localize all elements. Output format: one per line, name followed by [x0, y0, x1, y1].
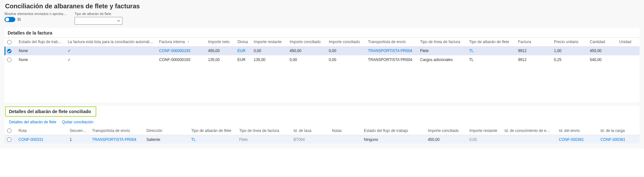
toggle-show-sent-value: Sí: [17, 17, 21, 22]
cell-net-amount: 135,00: [208, 58, 220, 62]
mcol-remaining[interactable]: Importe restante: [467, 126, 502, 135]
cell-link[interactable]: CONF-000331: [18, 137, 43, 142]
cell-net-amount: 450,00: [208, 49, 220, 53]
col-line-type[interactable]: Tipo de línea de factura: [418, 38, 467, 46]
invoice-details-title: Detalles de la factura: [4, 28, 640, 38]
col-quantity[interactable]: Cantidad: [587, 38, 617, 46]
cell-text: 0,00: [469, 137, 477, 142]
invoice-details-grid: Estado del flujo de trabajo La factura e…: [4, 38, 640, 64]
cell-sequence: 1: [70, 137, 72, 142]
mcol-bol-id[interactable]: Id. de conocimiento de e…: [502, 126, 557, 135]
select-all-matched[interactable]: [7, 128, 11, 133]
cell-quantity: 540,00: [590, 58, 602, 62]
chevron-down-icon: [117, 19, 120, 22]
action-remove-reconciliation[interactable]: Quitar conciliación: [62, 120, 93, 124]
cell-reconciled: 450,00: [428, 137, 440, 142]
cell-workflow-state: None: [19, 58, 28, 62]
cell-reconciled2: 0,00: [329, 58, 336, 62]
col-unit[interactable]: Unidad: [617, 38, 640, 46]
col-fb-type[interactable]: Tipo de albarán de flete: [466, 38, 516, 46]
col-internal-invoice[interactable]: Factura interna ↑: [157, 38, 206, 46]
cell-text: BT004: [294, 137, 305, 142]
select-all-invoice[interactable]: [7, 40, 11, 44]
cell-direction: Saliente: [146, 137, 160, 142]
cell-link[interactable]: CONF-000381: [559, 137, 584, 142]
cell-remaining: 135,00: [254, 58, 266, 62]
cell-reconciled: 450,00: [289, 49, 301, 53]
filter-fb-type-label: Tipo de albarán de flete: [75, 12, 122, 16]
matched-details-title: Detalles del albarán de flete conciliado: [5, 106, 96, 117]
cell-link[interactable]: EUR: [238, 49, 245, 53]
row-select[interactable]: [7, 49, 11, 53]
sort-asc-icon: ↑: [187, 40, 189, 44]
row-select[interactable]: [7, 137, 11, 142]
mcol-line-type[interactable]: Tipo de línea de factura: [237, 126, 291, 135]
cell-quantity: 450,00: [590, 49, 602, 53]
mcol-workflow-state[interactable]: Estado del flujo de trabajo: [361, 126, 425, 135]
dropdown-fb-type[interactable]: [75, 17, 122, 25]
filter-show-sent-label: Mostrar elementos enviados o aproba…: [4, 12, 67, 16]
cell-invoice: 9912: [518, 58, 527, 62]
cell-line-type: Flete: [420, 49, 429, 53]
col-remaining[interactable]: Importe restante: [251, 38, 287, 46]
cell-text: TL: [469, 58, 473, 62]
col-ready-auto[interactable]: La factura está lista para la conciliaci…: [65, 38, 157, 46]
cell-link[interactable]: CONF-000361: [601, 137, 626, 142]
checkmark-icon: ✓: [68, 49, 71, 53]
table-row[interactable]: None✓CONF-000000193135,00EUR135,000,000,…: [4, 55, 640, 64]
cell-unit-price: 0,25: [554, 58, 561, 62]
col-reconciled[interactable]: Importe conciliado: [287, 38, 326, 46]
mcol-reconciled[interactable]: Importe conciliado: [425, 126, 467, 135]
cell-link[interactable]: CONF-000000193: [159, 49, 190, 53]
col-carrier[interactable]: Transportista de envío: [365, 38, 418, 46]
cell-link[interactable]: TL: [191, 137, 196, 142]
row-select[interactable]: [7, 58, 11, 62]
col-net-amount[interactable]: Importe neto: [206, 38, 235, 46]
mcol-fb-type[interactable]: Tipo de albarán de flete: [189, 126, 237, 135]
cell-invoice: 9912: [518, 49, 527, 53]
cell-line-type: Cargos adicionales: [420, 58, 453, 62]
filter-row: Mostrar elementos enviados o aproba… Sí …: [4, 12, 640, 27]
mcol-carrier[interactable]: Transportista de envío: [90, 126, 144, 135]
mcol-route[interactable]: Ruta: [16, 126, 67, 135]
col-workflow-state[interactable]: Estado del flujo de trabajo: [16, 38, 65, 46]
invoice-details-section: Detalles de la factura: [4, 28, 640, 103]
checkmark-icon: ✓: [68, 58, 71, 62]
mcol-direction[interactable]: Dirección: [144, 126, 188, 135]
action-fb-details[interactable]: Detalles del albarán de flete: [9, 120, 56, 124]
mcol-rate-id[interactable]: Id. de tasa: [291, 126, 329, 135]
cell-link[interactable]: TRANSPORTISTA PR004: [368, 49, 412, 53]
cell-text: EUR: [238, 58, 245, 62]
table-row[interactable]: None✓CONF-000000193450,00EUR0,00450,000,…: [4, 46, 640, 55]
cell-remaining: 0,00: [254, 49, 261, 53]
cell-reconciled: 0,00: [289, 58, 297, 62]
cell-text: TRANSPORTISTA PR004: [368, 58, 412, 62]
mcol-load-id[interactable]: Id. de la carga: [598, 126, 640, 135]
col-invoice[interactable]: Factura: [516, 38, 552, 46]
mcol-sequence[interactable]: Secuencia: [67, 126, 90, 135]
page-title: Conciliación de albaranes de flete y fac…: [4, 0, 640, 12]
cell-text: CONF-000000193: [159, 58, 190, 62]
cell-unit-price: 1,00: [554, 49, 561, 53]
matched-details-grid: Ruta Secuencia Transportista de envío Di…: [4, 126, 640, 144]
mcol-notes[interactable]: Notas: [329, 126, 361, 135]
cell-workflow-state: Ninguno: [364, 137, 378, 142]
cell-link[interactable]: TL: [469, 49, 473, 53]
table-row[interactable]: CONF-0003311TRANSPORTISTA PR004SalienteT…: [4, 135, 640, 144]
col-unit-price[interactable]: Precio unitario: [552, 38, 588, 46]
cell-reconciled2: 0,00: [329, 49, 336, 53]
cell-text: Flete: [239, 137, 248, 142]
cell-link[interactable]: TRANSPORTISTA PR004: [92, 137, 136, 142]
col-reconciled2[interactable]: Importe conciliado: [326, 38, 365, 46]
col-currency[interactable]: Divisa: [235, 38, 251, 46]
cell-workflow-state: None: [19, 49, 28, 53]
toggle-show-sent[interactable]: [4, 17, 15, 22]
mcol-shipment-id[interactable]: Id. del envío: [556, 126, 598, 135]
matched-details-section: Detalles del albarán de flete conciliado…: [4, 106, 640, 144]
